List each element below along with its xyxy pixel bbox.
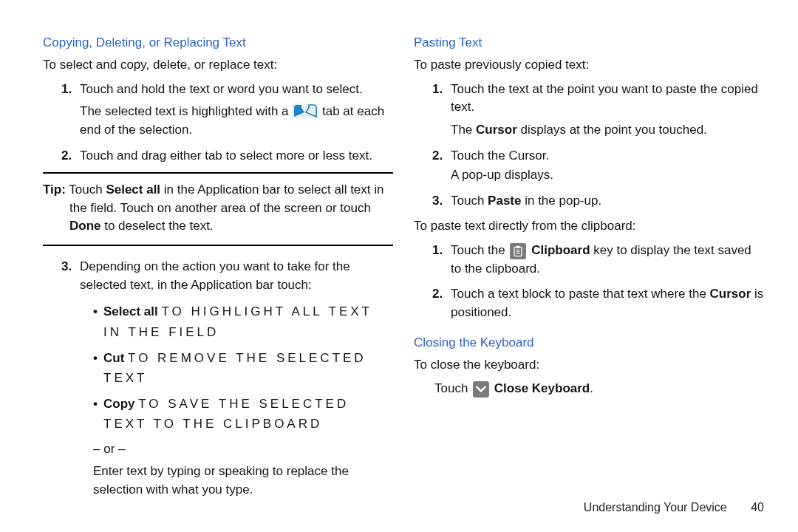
close-keyboard-icon xyxy=(473,381,489,398)
step-item: Touch the text at the point you want to … xyxy=(446,81,764,140)
section-heading-copying: Copying, Deleting, or Replacing Text xyxy=(43,35,393,50)
page-number: 40 xyxy=(751,501,764,514)
or-divider: – or – xyxy=(93,440,393,459)
step-item: Touch and hold the text or word you want… xyxy=(75,81,393,140)
clipboard-icon xyxy=(510,243,526,259)
step-text: Touch the Cursor. xyxy=(451,149,549,163)
copying-steps-cont: Depending on the action you want to take… xyxy=(43,258,393,499)
step-text: Touch the xyxy=(451,243,508,257)
clipboard-steps: Touch the Clipboard key to display the t… xyxy=(414,242,764,322)
clipboard-label: Clipboard xyxy=(531,243,590,257)
action-desc: to remove the selected text xyxy=(103,351,366,385)
step-text: Touch and hold the text or word you want… xyxy=(80,82,363,96)
step-text: Touch the text at the point you want to … xyxy=(451,82,758,115)
step-text: . xyxy=(590,381,593,395)
close-step: Touch Close Keyboard. xyxy=(434,380,764,398)
paste-label: Paste xyxy=(488,194,521,208)
done-label: Done xyxy=(69,219,101,233)
step-note: Enter text by typing or speaking to repl… xyxy=(93,463,393,499)
pasting-steps: Touch the text at the point you want to … xyxy=(414,81,764,211)
note-text: The selected text is highlighted with a xyxy=(80,104,292,118)
step-item: Touch the Cursor. A pop-up displays. xyxy=(446,147,764,185)
step-text: Touch xyxy=(451,194,488,208)
step-item: Touch the Clipboard key to display the t… xyxy=(446,242,764,278)
step-item: Touch a text block to paste that text wh… xyxy=(446,285,764,321)
page-footer: Understanding Your Device 40 xyxy=(584,501,764,514)
action-label: Cut xyxy=(103,351,124,365)
pasting-intro: To paste previously copied text: xyxy=(414,56,764,75)
closing-intro: To close the keyboard: xyxy=(414,356,764,375)
selection-handles-icon xyxy=(292,103,318,118)
step-text: Touch a text block to paste that text wh… xyxy=(451,287,710,301)
bullet-item: Cut to remove the selected text xyxy=(93,348,393,388)
step-text: in the pop-up. xyxy=(521,194,601,208)
cursor-label: Cursor xyxy=(476,123,517,137)
svg-rect-2 xyxy=(516,246,520,248)
action-desc: to save the selected text to the clipboa… xyxy=(103,397,349,431)
step-note: The selected text is highlighted with a … xyxy=(80,103,393,139)
step-text: Depending on the action you want to take… xyxy=(80,259,350,292)
tip-body: Tip: Touch Select all in the Application… xyxy=(43,181,393,236)
cursor-label: Cursor xyxy=(710,287,751,301)
note-text: The xyxy=(451,123,476,137)
manual-page: Copying, Deleting, or Replacing Text To … xyxy=(0,0,798,532)
copying-steps: Touch and hold the text or word you want… xyxy=(43,81,393,166)
section-heading-pasting: Pasting Text xyxy=(414,35,764,50)
step-item: Touch Paste in the pop-up. xyxy=(446,192,764,211)
tip-label: Tip: xyxy=(43,183,66,197)
tip-callout: Tip: Touch Select all in the Application… xyxy=(43,172,393,246)
action-label: Copy xyxy=(103,397,135,411)
note-text: displays at the point you touched. xyxy=(517,123,707,137)
action-label: Select all xyxy=(103,304,158,318)
two-column-layout: Copying, Deleting, or Replacing Text To … xyxy=(43,35,764,506)
step-note: A pop-up displays. xyxy=(451,166,764,185)
bullet-item: Copy to save the selected text to the cl… xyxy=(93,394,393,434)
step-text: Touch and drag either tab to select more… xyxy=(80,149,372,163)
right-column: Pasting Text To paste previously copied … xyxy=(414,35,764,506)
close-keyboard-label: Close Keyboard xyxy=(494,381,590,395)
step-item: Depending on the action you want to take… xyxy=(75,258,393,499)
select-all-label: Select all xyxy=(106,183,160,197)
copying-intro: To select and copy, delete, or replace t… xyxy=(43,56,393,75)
step-note: The Cursor displays at the point you tou… xyxy=(451,121,764,140)
step-text: Touch xyxy=(434,381,471,395)
step-item: Touch and drag either tab to select more… xyxy=(75,147,393,166)
section-heading-closing: Closing the Keyboard xyxy=(414,335,764,350)
tip-text: Touch xyxy=(66,183,106,197)
section-name: Understanding Your Device xyxy=(584,501,727,514)
clipboard-intro: To paste text directly from the clipboar… xyxy=(414,217,764,236)
left-column: Copying, Deleting, or Replacing Text To … xyxy=(43,35,393,506)
action-bullets: Select all to highlight all text in the … xyxy=(93,301,393,434)
tip-text: to deselect the text. xyxy=(101,219,214,233)
bullet-item: Select all to highlight all text in the … xyxy=(93,301,393,341)
